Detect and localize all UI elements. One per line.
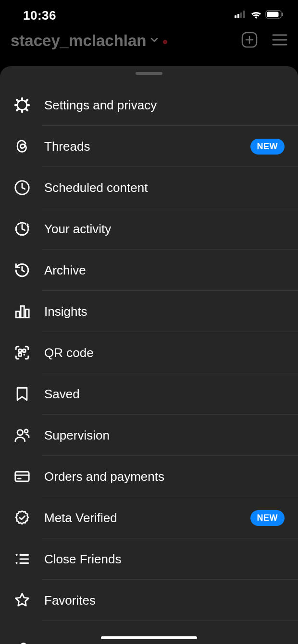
menu-item-discover[interactable]: Discover people <box>0 621 298 644</box>
menu-label: Scheduled content <box>44 180 285 195</box>
notification-dot <box>163 40 167 44</box>
profile-header: stacey_mclachlan <box>0 29 298 55</box>
menu-label: Favorites <box>44 593 285 608</box>
menu-item-threads[interactable]: Threads NEW <box>0 126 298 167</box>
cellular-icon <box>235 11 247 20</box>
menu-item-orders[interactable]: Orders and payments <box>0 456 298 497</box>
create-button[interactable] <box>241 32 258 50</box>
svg-point-21 <box>24 354 25 356</box>
svg-rect-19 <box>23 349 25 352</box>
menu-item-close-friends[interactable]: Close Friends <box>0 538 298 580</box>
svg-rect-3 <box>243 11 245 18</box>
home-indicator[interactable] <box>101 636 197 639</box>
supervision-icon <box>13 427 31 444</box>
menu-label: Close Friends <box>44 552 285 567</box>
svg-rect-15 <box>16 311 19 318</box>
profile-username[interactable]: stacey_mclachlan <box>11 32 147 50</box>
menu-item-supervision[interactable]: Supervision <box>0 415 298 456</box>
menu-label: Settings and privacy <box>44 98 285 113</box>
svg-rect-16 <box>21 306 24 318</box>
menu-label: QR code <box>44 346 285 360</box>
svg-point-12 <box>20 103 25 107</box>
menu-item-meta-verified[interactable]: Meta Verified NEW <box>0 497 298 538</box>
menu-item-settings[interactable]: Settings and privacy <box>0 84 298 126</box>
svg-rect-1 <box>237 14 239 18</box>
menu-label: Saved <box>44 387 285 402</box>
new-badge: NEW <box>250 139 285 155</box>
menu-label: Your activity <box>44 222 285 237</box>
insights-icon <box>13 303 31 320</box>
qr-icon <box>13 344 31 361</box>
menu-label: Supervision <box>44 428 285 443</box>
activity-icon <box>13 220 31 238</box>
menu-list: Settings and privacy Threads NEW Schedul… <box>0 84 298 644</box>
svg-rect-24 <box>15 472 29 481</box>
status-icons-group <box>235 10 284 21</box>
status-bar: 10:36 <box>0 0 298 29</box>
battery-icon <box>265 10 284 21</box>
gear-icon <box>13 96 31 114</box>
discover-icon <box>13 640 31 644</box>
favorites-icon <box>13 592 31 609</box>
menu-label: Threads <box>44 139 237 154</box>
drag-handle[interactable] <box>136 72 162 75</box>
svg-point-22 <box>17 430 23 435</box>
svg-rect-6 <box>282 13 284 16</box>
svg-rect-5 <box>267 12 279 17</box>
status-time: 10:36 <box>23 8 56 23</box>
threads-icon <box>13 138 31 155</box>
svg-rect-0 <box>235 15 236 18</box>
menu-item-archive[interactable]: Archive <box>0 250 298 291</box>
hamburger-menu-button[interactable] <box>272 34 287 48</box>
close-friends-icon <box>13 550 31 568</box>
verified-icon <box>13 509 31 526</box>
saved-icon <box>13 385 31 403</box>
svg-rect-2 <box>240 12 242 18</box>
menu-label: Archive <box>44 263 285 278</box>
menu-item-insights[interactable]: Insights <box>0 291 298 332</box>
new-badge: NEW <box>250 510 285 526</box>
menu-item-scheduled[interactable]: Scheduled content <box>0 167 298 208</box>
svg-rect-18 <box>19 349 22 352</box>
wifi-icon <box>250 10 262 21</box>
payments-icon <box>13 468 31 485</box>
menu-item-favorites[interactable]: Favorites <box>0 580 298 621</box>
menu-item-saved[interactable]: Saved <box>0 373 298 415</box>
clock-icon <box>13 179 31 196</box>
archive-icon <box>13 262 31 279</box>
menu-item-activity[interactable]: Your activity <box>0 208 298 250</box>
menu-label: Insights <box>44 304 285 319</box>
menu-item-qr-code[interactable]: QR code <box>0 332 298 373</box>
svg-point-23 <box>25 429 28 433</box>
chevron-down-icon[interactable] <box>149 35 159 47</box>
menu-label: Orders and payments <box>44 469 285 484</box>
options-sheet: Settings and privacy Threads NEW Schedul… <box>0 66 298 644</box>
svg-rect-20 <box>19 353 22 356</box>
svg-rect-17 <box>25 310 29 318</box>
menu-label: Meta Verified <box>44 511 237 525</box>
